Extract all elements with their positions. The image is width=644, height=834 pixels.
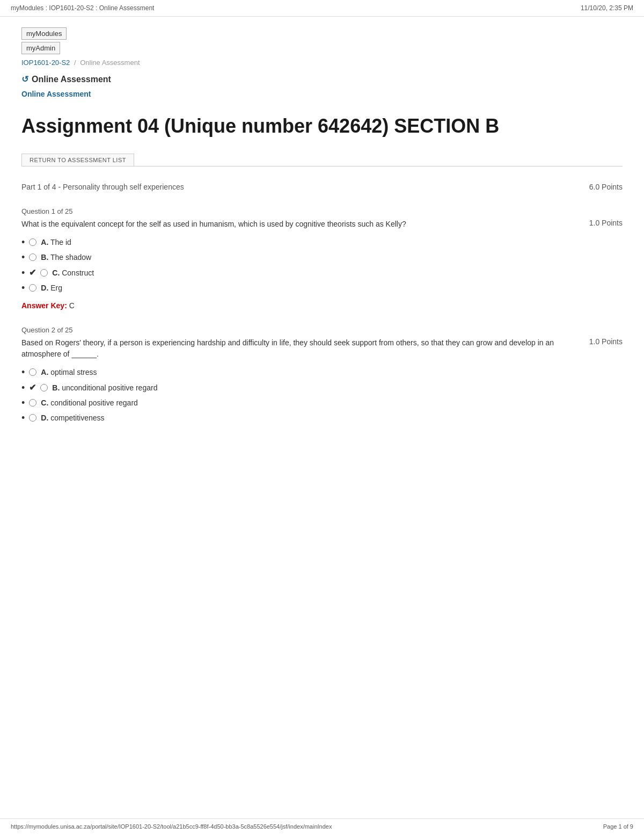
footer-page: Page 1 of 9: [603, 823, 633, 830]
q2-check-b: ✔: [29, 382, 36, 393]
q1-bullet-b: •: [21, 252, 25, 262]
question2-text: Based on Rogers' theory, if a person is …: [21, 337, 573, 360]
page-heading-text: Online Assessment: [32, 75, 111, 84]
return-to-assessment-list-button[interactable]: RETURN TO ASSESSMENT LIST: [21, 154, 134, 166]
q1-radio-c[interactable]: [40, 269, 48, 277]
breadcrumb-course-link[interactable]: IOP1601-20-S2: [21, 59, 70, 67]
q2-radio-c[interactable]: [29, 399, 36, 407]
q2-option-d[interactable]: • D. competitiveness: [21, 413, 623, 423]
answer-key-label: Answer Key:: [21, 301, 67, 310]
footer-url: https://mymodules.unisa.ac.za/portal/sit…: [11, 823, 332, 830]
q1-radio-b[interactable]: [29, 253, 36, 261]
q1-bullet-d: •: [21, 283, 25, 293]
question2-points: 1.0 Points: [589, 337, 623, 346]
question1-options: • A. The id • B. The shadow • ✔ C. Const…: [21, 237, 623, 293]
question1-points: 1.0 Points: [589, 219, 623, 227]
question2-row: Based on Rogers' theory, if a person is …: [21, 337, 623, 360]
breadcrumb-separator: /: [74, 59, 76, 67]
q1-label-c: C. Construct: [52, 269, 94, 277]
q2-bullet-b: •: [21, 383, 25, 393]
q1-bullet-c: •: [21, 268, 25, 278]
q1-bullet-a: •: [21, 237, 25, 247]
page-content: myModules myAdmin IOP1601-20-S2 / Online…: [0, 17, 644, 471]
nav-buttons: myModules myAdmin: [21, 27, 623, 54]
q1-option-b[interactable]: • B. The shadow: [21, 252, 623, 262]
question1-answer-key: Answer Key: C: [21, 301, 623, 310]
mymodules-button[interactable]: myModules: [21, 27, 67, 40]
question1-text: What is the equivalent concept for the s…: [21, 219, 573, 230]
q1-label-a: A. The id: [41, 238, 71, 246]
page-footer: https://mymodules.unisa.ac.za/portal/sit…: [0, 818, 644, 834]
refresh-icon: ↺: [21, 74, 28, 84]
q1-option-c[interactable]: • ✔ C. Construct: [21, 267, 623, 278]
assignment-title: Assignment 04 (Unique number 642642) SEC…: [21, 114, 623, 137]
question2-meta: Question 2 of 25: [21, 326, 623, 334]
q1-label-b: B. The shadow: [41, 253, 91, 262]
q2-option-c[interactable]: • C. conditional positive regard: [21, 398, 623, 408]
q1-radio-a[interactable]: [29, 238, 36, 246]
q2-bullet-a: •: [21, 367, 25, 377]
q2-label-d: D. competitiveness: [41, 414, 104, 422]
page-heading: ↺ Online Assessment: [21, 74, 623, 84]
q2-label-a: A. optimal stress: [41, 368, 97, 376]
question1-meta: Question 1 of 25: [21, 207, 623, 215]
question2-options: • A. optimal stress • ✔ B. unconditional…: [21, 367, 623, 423]
return-btn-container: RETURN TO ASSESSMENT LIST: [21, 154, 623, 166]
q1-radio-d[interactable]: [29, 284, 36, 292]
q2-option-b[interactable]: • ✔ B. unconditional positive regard: [21, 382, 623, 393]
q2-bullet-c: •: [21, 398, 25, 408]
question1-block: Question 1 of 25 What is the equivalent …: [21, 207, 623, 310]
q2-radio-b[interactable]: [40, 384, 48, 391]
q2-radio-a[interactable]: [29, 368, 36, 376]
top-bar-title: myModules : IOP1601-20-S2 : Online Asses…: [11, 4, 154, 12]
q1-check-c: ✔: [29, 267, 36, 278]
q1-option-a[interactable]: • A. The id: [21, 237, 623, 247]
part1-header: Part 1 of 4 - Personality through self e…: [21, 183, 623, 197]
answer-key-value: C: [69, 301, 75, 310]
q2-radio-d[interactable]: [29, 414, 36, 422]
breadcrumb: IOP1601-20-S2 / Online Assessment: [21, 59, 623, 67]
question1-row: What is the equivalent concept for the s…: [21, 219, 623, 230]
question2-block: Question 2 of 25 Based on Rogers' theory…: [21, 326, 623, 423]
q2-label-c: C. conditional positive regard: [41, 398, 138, 407]
online-assessment-link[interactable]: Online Assessment: [21, 90, 623, 98]
part1-points: 6.0 Points: [589, 183, 623, 191]
myadmin-button[interactable]: myAdmin: [21, 42, 60, 54]
top-bar: myModules : IOP1601-20-S2 : Online Asses…: [0, 0, 644, 17]
q2-label-b: B. unconditional positive regard: [52, 383, 157, 392]
q1-option-d[interactable]: • D. Erg: [21, 283, 623, 293]
q2-bullet-d: •: [21, 413, 25, 423]
part1-title: Part 1 of 4 - Personality through self e…: [21, 183, 184, 191]
top-bar-datetime: 11/10/20, 2:35 PM: [581, 4, 633, 12]
breadcrumb-current: Online Assessment: [80, 59, 140, 67]
q1-label-d: D. Erg: [41, 284, 62, 292]
q2-option-a[interactable]: • A. optimal stress: [21, 367, 623, 377]
